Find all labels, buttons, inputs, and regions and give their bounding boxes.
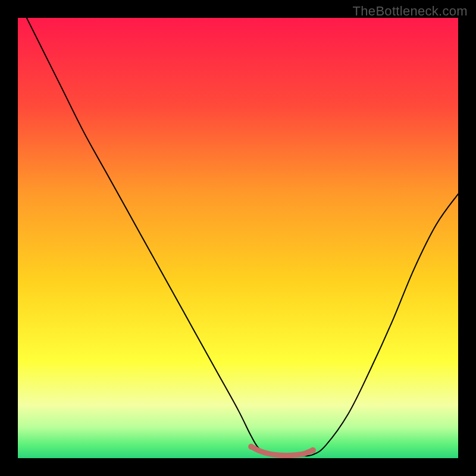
curve-layer	[18, 18, 458, 458]
watermark-text: TheBottleneck.com	[353, 4, 468, 19]
chart-frame: TheBottleneck.com	[0, 0, 476, 476]
bottleneck-curve	[27, 18, 458, 456]
left-endpoint	[248, 444, 254, 450]
right-endpoint	[310, 447, 316, 453]
plot-area	[18, 18, 458, 458]
optimal-band	[251, 447, 313, 456]
